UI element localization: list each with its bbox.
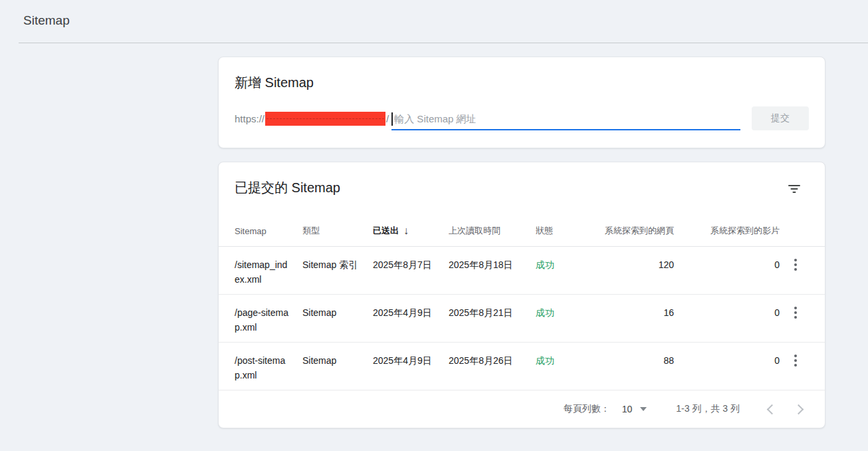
table-row[interactable]: /sitemap_index.xml Sitemap 索引 2025年8月7日 …	[219, 247, 825, 295]
pagination-range-label: 1-3 列，共 3 列	[676, 403, 740, 415]
cell-videos: 0	[674, 257, 780, 272]
cell-pages: 88	[589, 353, 674, 368]
cell-pages: 16	[589, 305, 674, 320]
main-content: 新增 Sitemap https:// / 輸入 Sitemap 網址 提交 已…	[218, 57, 825, 428]
text-cursor	[391, 112, 393, 126]
dropdown-arrow-icon[interactable]	[640, 407, 647, 411]
table-pagination: 每頁列數： 10 1-3 列，共 3 列	[219, 390, 825, 428]
status-badge: 成功	[536, 305, 589, 320]
row-menu-icon[interactable]	[786, 351, 805, 370]
cell-videos: 0	[674, 353, 780, 368]
submit-button[interactable]: 提交	[752, 106, 809, 130]
col-header-sitemap[interactable]: Sitemap	[235, 226, 302, 236]
col-header-last-read[interactable]: 上次讀取時間	[449, 225, 536, 237]
cell-sitemap: /sitemap_index.xml	[235, 257, 290, 287]
row-menu-icon[interactable]	[786, 303, 805, 322]
col-header-pages[interactable]: 系統探索到的網頁	[589, 225, 674, 237]
url-suffix-label: /	[386, 113, 389, 124]
add-sitemap-title: 新增 Sitemap	[235, 73, 809, 92]
cell-last-read: 2025年8月21日	[449, 305, 536, 320]
cell-type: Sitemap	[302, 353, 373, 368]
sort-descending-icon: ↓	[403, 226, 409, 236]
header-divider	[19, 43, 868, 43]
cell-type: Sitemap 索引	[302, 257, 373, 272]
cell-submitted: 2025年4月9日	[373, 353, 449, 368]
status-badge: 成功	[536, 257, 589, 272]
redacted-domain-block	[265, 112, 385, 126]
page-header: Sitemap	[0, 0, 868, 43]
filter-icon[interactable]	[788, 184, 801, 196]
rows-per-page-select[interactable]: 10	[622, 404, 633, 414]
sitemap-input-placeholder: 輸入 Sitemap 網址	[394, 113, 476, 126]
col-header-videos[interactable]: 系統探索到的影片	[674, 225, 780, 237]
submitted-sitemaps-title: 已提交的 Sitemap	[235, 178, 340, 197]
cell-type: Sitemap	[302, 305, 373, 320]
cell-videos: 0	[674, 305, 780, 320]
cell-submitted: 2025年4月9日	[373, 305, 449, 320]
col-header-status[interactable]: 狀態	[536, 225, 589, 237]
cell-pages: 120	[589, 257, 674, 272]
url-prefix-label: https://	[235, 113, 265, 124]
add-sitemap-form: https:// / 輸入 Sitemap 網址 提交	[235, 106, 809, 130]
sitemap-url-input[interactable]: 輸入 Sitemap 網址	[391, 109, 740, 130]
row-menu-icon[interactable]	[786, 255, 805, 274]
col-header-type[interactable]: 類型	[302, 225, 373, 237]
rows-per-page-label: 每頁列數：	[564, 403, 610, 415]
col-header-submitted-label: 已送出	[373, 225, 399, 237]
table-row[interactable]: /page-sitemap.xml Sitemap 2025年4月9日 2025…	[219, 295, 825, 343]
cell-sitemap: /page-sitemap.xml	[235, 305, 290, 335]
page-title: Sitemap	[23, 13, 868, 28]
col-header-submitted[interactable]: 已送出 ↓	[373, 225, 449, 237]
next-page-icon[interactable]	[792, 401, 808, 417]
previous-page-icon[interactable]	[762, 401, 778, 417]
table-header-row: Sitemap 類型 已送出 ↓ 上次讀取時間 狀態 系統探索到的網頁 系統探索…	[219, 216, 825, 247]
cell-submitted: 2025年8月7日	[373, 257, 449, 272]
cell-sitemap: /post-sitemap.xml	[235, 353, 290, 382]
submitted-sitemaps-card: 已提交的 Sitemap Sitemap 類型 已送出 ↓ 上次讀取時間 狀態 …	[218, 162, 825, 428]
cell-last-read: 2025年8月26日	[449, 353, 536, 368]
add-sitemap-card: 新增 Sitemap https:// / 輸入 Sitemap 網址 提交	[218, 57, 825, 148]
table-row[interactable]: /post-sitemap.xml Sitemap 2025年4月9日 2025…	[219, 343, 825, 390]
cell-last-read: 2025年8月18日	[449, 257, 536, 272]
status-badge: 成功	[536, 353, 589, 368]
